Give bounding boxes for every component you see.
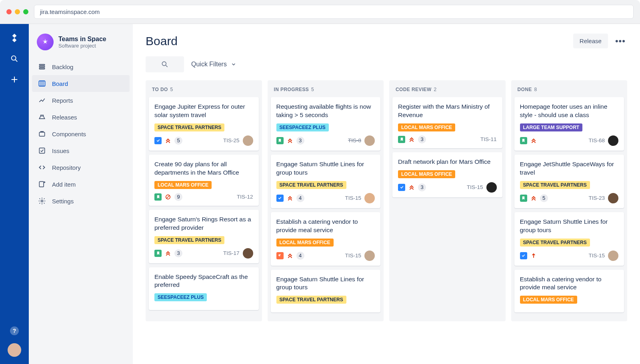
minimize-window-icon[interactable] [15, 9, 20, 14]
issue-card[interactable]: Engage Saturn Shuttle Lines for group to… [514, 212, 624, 266]
svg-rect-11 [39, 132, 44, 136]
help-icon[interactable]: ? [10, 326, 19, 335]
assignee-avatar[interactable] [608, 135, 618, 146]
chevron-down-icon [231, 62, 236, 67]
issue-card[interactable]: Register with the Mars Ministry of Reven… [392, 97, 502, 148]
fullscreen-window-icon[interactable] [23, 9, 28, 14]
assignee-avatar[interactable] [486, 182, 497, 193]
card-title: Homepage footer uses an inline style - s… [520, 103, 619, 119]
sidebar-item-additem[interactable]: Add item [32, 176, 130, 193]
issue-type-icon [520, 195, 527, 202]
user-avatar[interactable] [8, 343, 21, 357]
epic-label[interactable]: SEESPACEEZ PLUS [276, 123, 329, 131]
issue-card[interactable]: Enable Speedy SpaceCraft as the preferre… [149, 267, 259, 310]
sidebar-item-components[interactable]: Components [32, 125, 130, 142]
sidebar-item-label: Releases [52, 114, 77, 121]
sidebar-item-repository[interactable]: Repository [32, 159, 130, 176]
svg-line-1 [16, 60, 18, 62]
epic-label[interactable]: LOCAL MARS OFFICE [520, 296, 577, 304]
assignee-avatar[interactable] [364, 135, 375, 146]
epic-label[interactable]: LARGE TEAM SUPPORT [520, 123, 583, 131]
issue-card[interactable]: Requesting available flights is now taki… [271, 97, 381, 151]
priority-icon [287, 253, 293, 259]
assignee-avatar[interactable] [243, 135, 253, 146]
issue-card[interactable]: Create 90 day plans for all departments … [149, 155, 259, 206]
more-menu-icon[interactable]: ••• [614, 36, 627, 46]
issue-card[interactable]: Engage Saturn Shuttle Lines for group to… [271, 270, 381, 313]
epic-label[interactable]: LOCAL MARS OFFICE [276, 239, 334, 247]
sidebar-item-issues[interactable]: Issues [32, 142, 130, 159]
epic-label[interactable]: SPACE TRAVEL PARTNERS [154, 236, 224, 244]
release-button[interactable]: Release [573, 34, 608, 48]
issue-type-icon [154, 250, 162, 257]
priority-icon [165, 137, 171, 144]
issue-card[interactable]: Homepage footer uses an inline style - s… [514, 97, 624, 151]
issue-card[interactable]: Establish a catering vendor to provide m… [514, 270, 624, 313]
column-name: CODE REVIEW [396, 87, 432, 92]
card-title: Engage Saturn's Rings Resort as a prefer… [154, 215, 253, 232]
sidebar-item-backlog[interactable]: Backlog [32, 58, 130, 75]
epic-label[interactable]: LOCAL MARS OFFICE [398, 170, 455, 178]
svg-point-16 [41, 200, 43, 202]
epic-label[interactable]: SPACE TRAVEL PARTNERS [520, 239, 590, 247]
column-header: IN PROGRESS 5 [271, 85, 381, 97]
issues-icon [38, 146, 46, 155]
story-points: 3 [418, 183, 426, 191]
assignee-avatar[interactable] [364, 251, 375, 261]
sidebar-item-reports[interactable]: Reports [32, 92, 130, 109]
epic-label[interactable]: SPACE TRAVEL PARTNERS [276, 296, 346, 304]
svg-rect-12 [39, 148, 44, 153]
project-header[interactable]: Teams in Space Software project [32, 34, 130, 58]
column-name: IN PROGRESS [274, 87, 309, 92]
story-points: 5 [540, 194, 548, 202]
quick-filters-dropdown[interactable]: Quick Filters [191, 61, 236, 68]
issue-type-icon [154, 193, 162, 201]
card-title: Establish a catering vendor to provide m… [276, 218, 375, 235]
card-title: Engage Saturn Shuttle Lines for group to… [276, 160, 375, 177]
issue-key: TIS-68 [588, 137, 605, 143]
issue-card[interactable]: Engage Jupiter Express for outer solar s… [149, 97, 259, 151]
epic-label[interactable]: LOCAL MARS OFFICE [154, 181, 212, 189]
epic-label[interactable]: SEESPACEEZ PLUS [154, 293, 207, 301]
assignee-avatar[interactable] [608, 251, 618, 261]
issue-card[interactable]: Engage Saturn's Rings Resort as a prefer… [149, 210, 259, 263]
additem-icon [38, 180, 46, 189]
create-icon[interactable] [9, 74, 20, 85]
card-title: Requesting available flights is now taki… [276, 103, 375, 119]
epic-label[interactable]: SPACE TRAVEL PARTNERS [154, 123, 224, 131]
issue-card[interactable]: Engage Saturn Shuttle Lines for group to… [271, 155, 381, 208]
sidebar-item-label: Issues [52, 147, 69, 154]
card-title: Engage Saturn Shuttle Lines for group to… [276, 275, 375, 292]
issue-card[interactable]: Engage JetShuttle SpaceWays for travelSP… [514, 155, 624, 208]
board-icon [38, 79, 46, 88]
issue-key: TIS-15 [345, 195, 361, 201]
svg-point-0 [12, 56, 16, 60]
jira-logo-icon[interactable] [9, 33, 20, 43]
assignee-avatar[interactable] [608, 193, 618, 203]
sidebar-item-settings[interactable]: Settings [32, 193, 130, 209]
board-search-input[interactable] [146, 56, 184, 72]
epic-label[interactable]: LOCAL MARS OFFICE [398, 123, 455, 131]
components-icon [38, 129, 46, 138]
story-points: 3 [418, 135, 426, 143]
card-title: Draft network plan for Mars Office [398, 158, 497, 166]
assignee-avatar[interactable] [364, 193, 375, 203]
url-bar[interactable]: jira.teamsinspace.com [34, 5, 634, 19]
column-name: DONE [518, 87, 532, 92]
search-icon[interactable] [9, 54, 20, 64]
column-header: DONE 8 [514, 85, 624, 97]
close-window-icon[interactable] [6, 9, 12, 14]
sidebar-item-board[interactable]: Board [32, 75, 130, 92]
svg-line-18 [166, 66, 168, 67]
issue-card[interactable]: Draft network plan for Mars OfficeLOCAL … [392, 152, 502, 197]
story-points: 9 [174, 193, 182, 201]
epic-label[interactable]: SPACE TRAVEL PARTNERS [276, 181, 346, 189]
svg-point-4 [44, 41, 46, 43]
sidebar-item-releases[interactable]: Releases [32, 109, 130, 125]
epic-label[interactable]: SPACE TRAVEL PARTNERS [520, 181, 590, 189]
card-title: Register with the Mars Ministry of Reven… [398, 103, 497, 119]
story-points: 3 [296, 137, 304, 145]
assignee-avatar[interactable] [243, 248, 253, 259]
sidebar-item-label: Reports [52, 97, 73, 104]
issue-card[interactable]: Establish a catering vendor to provide m… [271, 212, 381, 266]
